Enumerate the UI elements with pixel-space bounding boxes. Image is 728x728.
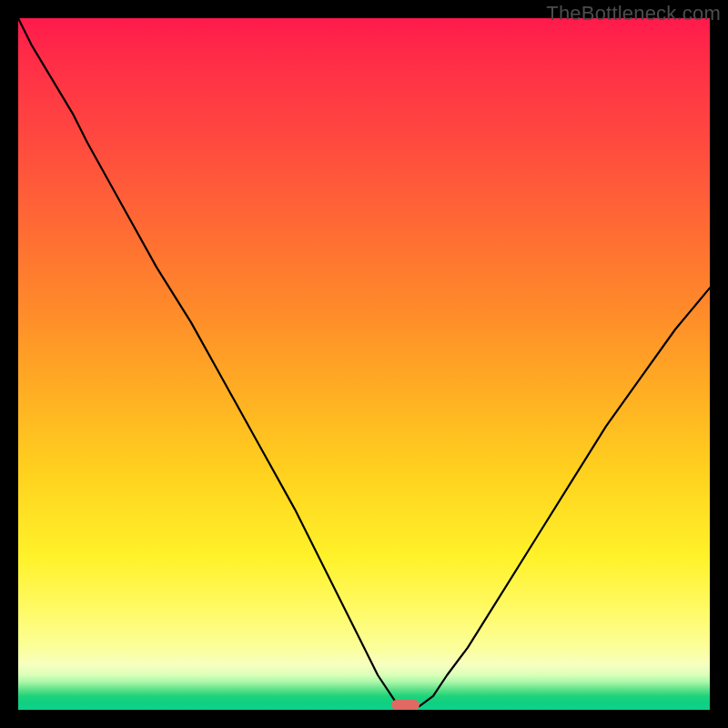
chart-frame: TheBottleneck.com — [0, 0, 728, 728]
curve-line — [18, 18, 710, 710]
bottleneck-curve — [18, 18, 710, 710]
plot-area — [18, 18, 710, 710]
watermark-text: TheBottleneck.com — [546, 2, 721, 25]
optimal-marker — [391, 700, 419, 710]
